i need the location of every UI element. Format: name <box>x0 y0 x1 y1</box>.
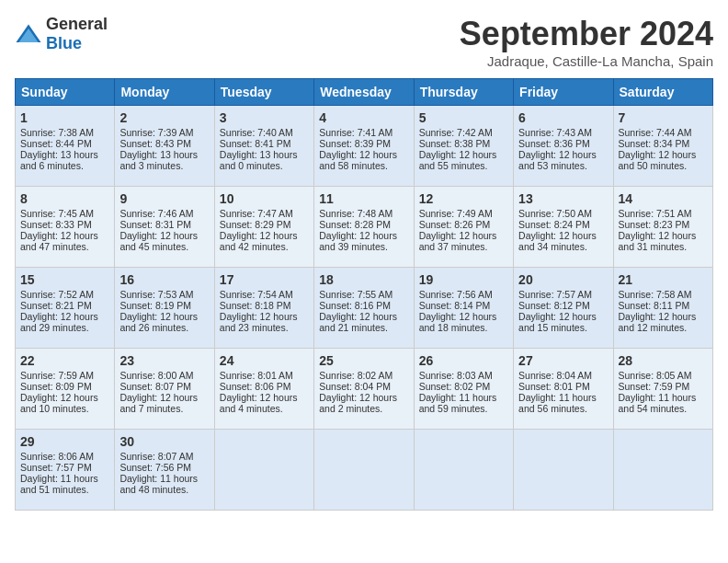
sunrise-text: Sunrise: 8:06 AM <box>20 451 94 462</box>
calendar-table: SundayMondayTuesdayWednesdayThursdayFrid… <box>15 78 713 511</box>
calendar-cell: 23Sunrise: 8:00 AMSunset: 8:07 PMDayligh… <box>115 349 214 430</box>
calendar-header-saturday: Saturday <box>613 79 712 106</box>
sunset-text: Sunset: 7:56 PM <box>119 462 191 473</box>
calendar-week-row: 29Sunrise: 8:06 AMSunset: 7:57 PMDayligh… <box>16 430 713 511</box>
daylight-text: Daylight: 12 hours and 2 minutes. <box>319 392 397 414</box>
daylight-text: Daylight: 12 hours and 15 minutes. <box>518 311 597 333</box>
sunrise-text: Sunrise: 7:51 AM <box>619 208 692 219</box>
logo: General Blue <box>15 15 108 53</box>
day-number: 20 <box>518 272 608 287</box>
day-number: 21 <box>619 272 708 287</box>
location-title: Jadraque, Castille-La Mancha, Spain <box>460 53 713 69</box>
sunset-text: Sunset: 8:31 PM <box>119 219 191 230</box>
calendar-cell <box>514 430 613 511</box>
daylight-text: Daylight: 12 hours and 42 minutes. <box>220 230 298 252</box>
sunset-text: Sunset: 8:12 PM <box>518 300 590 311</box>
daylight-text: Daylight: 13 hours and 0 minutes. <box>220 149 298 171</box>
day-number: 11 <box>319 191 408 206</box>
calendar-header-thursday: Thursday <box>414 79 513 106</box>
day-number: 27 <box>518 353 608 368</box>
sunrise-text: Sunrise: 8:01 AM <box>220 370 293 381</box>
daylight-text: Daylight: 11 hours and 59 minutes. <box>419 392 497 414</box>
sunset-text: Sunset: 8:29 PM <box>220 219 291 230</box>
sunrise-text: Sunrise: 7:38 AM <box>20 127 94 138</box>
calendar-week-row: 22Sunrise: 7:59 AMSunset: 8:09 PMDayligh… <box>16 349 713 430</box>
sunrise-text: Sunrise: 7:39 AM <box>119 127 193 138</box>
calendar-cell: 19Sunrise: 7:56 AMSunset: 8:14 PMDayligh… <box>414 268 513 349</box>
sunset-text: Sunset: 7:57 PM <box>20 462 92 473</box>
sunset-text: Sunset: 8:43 PM <box>119 138 191 149</box>
sunset-text: Sunset: 8:33 PM <box>20 219 92 230</box>
calendar-cell: 28Sunrise: 8:05 AMSunset: 7:59 PMDayligh… <box>613 349 712 430</box>
day-number: 17 <box>220 272 309 287</box>
daylight-text: Daylight: 12 hours and 21 minutes. <box>319 311 397 333</box>
day-number: 3 <box>220 110 309 125</box>
day-number: 10 <box>220 191 309 206</box>
day-number: 5 <box>419 110 508 125</box>
day-number: 23 <box>119 353 209 368</box>
month-title: September 2024 <box>460 15 713 53</box>
calendar-cell: 17Sunrise: 7:54 AMSunset: 8:18 PMDayligh… <box>214 268 313 349</box>
daylight-text: Daylight: 12 hours and 58 minutes. <box>319 149 397 171</box>
calendar-cell: 9Sunrise: 7:46 AMSunset: 8:31 PMDaylight… <box>115 187 214 268</box>
sunset-text: Sunset: 8:36 PM <box>518 138 590 149</box>
daylight-text: Daylight: 12 hours and 34 minutes. <box>518 230 597 252</box>
calendar-cell <box>314 430 414 511</box>
calendar-cell: 22Sunrise: 7:59 AMSunset: 8:09 PMDayligh… <box>16 349 115 430</box>
sunrise-text: Sunrise: 7:59 AM <box>20 370 94 381</box>
day-number: 6 <box>518 110 608 125</box>
day-number: 24 <box>220 353 309 368</box>
calendar-header-sunday: Sunday <box>16 79 115 106</box>
day-number: 15 <box>20 272 109 287</box>
calendar-cell: 10Sunrise: 7:47 AMSunset: 8:29 PMDayligh… <box>214 187 313 268</box>
day-number: 12 <box>419 191 508 206</box>
day-number: 22 <box>20 353 109 368</box>
calendar-week-row: 1Sunrise: 7:38 AMSunset: 8:44 PMDaylight… <box>16 106 713 187</box>
sunset-text: Sunset: 7:59 PM <box>619 381 690 392</box>
sunset-text: Sunset: 8:07 PM <box>119 381 191 392</box>
sunrise-text: Sunrise: 8:00 AM <box>119 370 193 381</box>
daylight-text: Daylight: 12 hours and 23 minutes. <box>220 311 298 333</box>
sunset-text: Sunset: 8:09 PM <box>20 381 92 392</box>
calendar-cell: 12Sunrise: 7:49 AMSunset: 8:26 PMDayligh… <box>414 187 513 268</box>
daylight-text: Daylight: 11 hours and 51 minutes. <box>20 473 98 495</box>
logo-text-blue: Blue <box>46 34 82 52</box>
calendar-cell: 27Sunrise: 8:04 AMSunset: 8:01 PMDayligh… <box>514 349 613 430</box>
daylight-text: Daylight: 12 hours and 31 minutes. <box>619 230 697 252</box>
calendar-cell: 15Sunrise: 7:52 AMSunset: 8:21 PMDayligh… <box>16 268 115 349</box>
sunset-text: Sunset: 8:39 PM <box>319 138 391 149</box>
daylight-text: Daylight: 12 hours and 12 minutes. <box>619 311 697 333</box>
sunset-text: Sunset: 8:38 PM <box>419 138 491 149</box>
calendar-cell: 21Sunrise: 7:58 AMSunset: 8:11 PMDayligh… <box>613 268 712 349</box>
page-header: General Blue September 2024 Jadraque, Ca… <box>15 15 713 69</box>
sunrise-text: Sunrise: 7:47 AM <box>220 208 293 219</box>
logo-text-general: General <box>46 15 108 33</box>
calendar-cell: 6Sunrise: 7:43 AMSunset: 8:36 PMDaylight… <box>514 106 613 187</box>
calendar-cell <box>214 430 313 511</box>
day-number: 30 <box>119 434 209 449</box>
logo-icon <box>15 23 42 45</box>
calendar-week-row: 8Sunrise: 7:45 AMSunset: 8:33 PMDaylight… <box>16 187 713 268</box>
calendar-cell <box>414 430 513 511</box>
calendar-week-row: 15Sunrise: 7:52 AMSunset: 8:21 PMDayligh… <box>16 268 713 349</box>
sunrise-text: Sunrise: 7:58 AM <box>619 289 692 300</box>
sunrise-text: Sunrise: 7:57 AM <box>518 289 592 300</box>
sunrise-text: Sunrise: 8:04 AM <box>518 370 592 381</box>
calendar-cell: 13Sunrise: 7:50 AMSunset: 8:24 PMDayligh… <box>514 187 613 268</box>
calendar-cell: 1Sunrise: 7:38 AMSunset: 8:44 PMDaylight… <box>16 106 115 187</box>
sunset-text: Sunset: 8:04 PM <box>319 381 391 392</box>
sunrise-text: Sunrise: 7:41 AM <box>319 127 392 138</box>
calendar-header-row: SundayMondayTuesdayWednesdayThursdayFrid… <box>16 79 713 106</box>
calendar-cell: 24Sunrise: 8:01 AMSunset: 8:06 PMDayligh… <box>214 349 313 430</box>
daylight-text: Daylight: 12 hours and 4 minutes. <box>220 392 298 414</box>
sunset-text: Sunset: 8:14 PM <box>419 300 491 311</box>
day-number: 18 <box>319 272 408 287</box>
daylight-text: Daylight: 12 hours and 39 minutes. <box>319 230 397 252</box>
sunrise-text: Sunrise: 7:40 AM <box>220 127 293 138</box>
sunrise-text: Sunrise: 7:55 AM <box>319 289 392 300</box>
sunset-text: Sunset: 8:28 PM <box>319 219 391 230</box>
sunrise-text: Sunrise: 7:56 AM <box>419 289 493 300</box>
sunset-text: Sunset: 8:16 PM <box>319 300 391 311</box>
sunrise-text: Sunrise: 8:02 AM <box>319 370 392 381</box>
sunset-text: Sunset: 8:41 PM <box>220 138 291 149</box>
